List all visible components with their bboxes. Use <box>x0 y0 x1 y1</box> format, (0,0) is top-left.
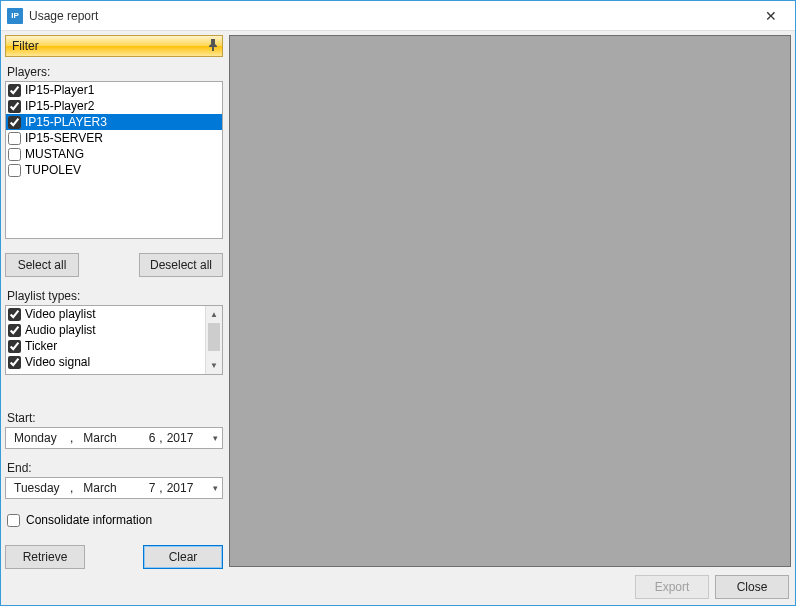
end-year: 2017 <box>167 481 201 495</box>
player-label: IP15-SERVER <box>25 131 103 145</box>
app-icon: IP <box>7 8 23 24</box>
action-buttons-row: Retrieve Clear <box>5 545 223 569</box>
filter-header: Filter <box>5 35 223 57</box>
start-month: March <box>77 431 123 445</box>
scroll-up-icon[interactable]: ▲ <box>206 306 222 323</box>
retrieve-button[interactable]: Retrieve <box>5 545 85 569</box>
player-row[interactable]: IP15-Player2 <box>6 98 222 114</box>
start-date-picker[interactable]: Monday , March 6 , 2017 ▾ <box>5 427 223 449</box>
playlist-type-label: Video playlist <box>25 307 96 321</box>
end-label: End: <box>7 461 221 475</box>
playlist-type-label: Ticker <box>25 339 57 353</box>
clear-button[interactable]: Clear <box>143 545 223 569</box>
chevron-down-icon[interactable]: ▾ <box>213 483 218 493</box>
player-row[interactable]: IP15-SERVER <box>6 130 222 146</box>
close-icon[interactable]: ✕ <box>751 4 791 28</box>
consolidate-row[interactable]: Consolidate information <box>7 513 221 527</box>
player-checkbox[interactable] <box>8 84 21 97</box>
start-day: 6 <box>127 431 155 445</box>
player-checkbox[interactable] <box>8 100 21 113</box>
player-label: IP15-Player1 <box>25 83 94 97</box>
pin-icon[interactable] <box>208 39 218 53</box>
titlebar: IP Usage report ✕ <box>1 1 795 31</box>
end-month: March <box>77 481 123 495</box>
players-label: Players: <box>7 65 221 79</box>
playlist-type-checkbox[interactable] <box>8 356 21 369</box>
player-label: IP15-PLAYER3 <box>25 115 107 129</box>
close-button[interactable]: Close <box>715 575 789 599</box>
player-row[interactable]: TUPOLEV <box>6 162 222 178</box>
bottom-buttons: Export Close <box>229 573 791 601</box>
end-comma: , <box>70 481 73 495</box>
scroll-track[interactable] <box>206 323 222 357</box>
player-checkbox[interactable] <box>8 148 21 161</box>
report-preview <box>229 35 791 567</box>
right-panel: Export Close <box>229 35 791 601</box>
playlist-type-label: Audio playlist <box>25 323 96 337</box>
consolidate-checkbox[interactable] <box>7 514 20 527</box>
player-row[interactable]: IP15-PLAYER3 <box>6 114 222 130</box>
player-checkbox[interactable] <box>8 132 21 145</box>
start-weekday: Monday <box>14 431 70 445</box>
scroll-thumb[interactable] <box>208 323 220 351</box>
end-day: 7 <box>127 481 155 495</box>
playlist-type-checkbox[interactable] <box>8 324 21 337</box>
playlist-type-row[interactable]: Video playlist <box>6 306 205 322</box>
filter-header-label: Filter <box>12 39 39 53</box>
player-row[interactable]: IP15-Player1 <box>6 82 222 98</box>
playlist-type-row[interactable]: Ticker <box>6 338 205 354</box>
window-title: Usage report <box>29 9 751 23</box>
start-label: Start: <box>7 411 221 425</box>
player-checkbox[interactable] <box>8 116 21 129</box>
export-button: Export <box>635 575 709 599</box>
player-label: TUPOLEV <box>25 163 81 177</box>
playlist-type-checkbox[interactable] <box>8 308 21 321</box>
player-label: MUSTANG <box>25 147 84 161</box>
player-checkbox[interactable] <box>8 164 21 177</box>
playlist-type-label: Video signal <box>25 355 90 369</box>
start-year: 2017 <box>167 431 201 445</box>
playlist-types-listbox[interactable]: Video playlistAudio playlistTickerVideo … <box>5 305 223 375</box>
chevron-down-icon[interactable]: ▾ <box>213 433 218 443</box>
deselect-all-button[interactable]: Deselect all <box>139 253 223 277</box>
start-comma: , <box>70 431 73 445</box>
select-all-button[interactable]: Select all <box>5 253 79 277</box>
select-buttons-row: Select all Deselect all <box>5 253 223 277</box>
filter-panel: Filter Players: IP15-Player1IP15-Player2… <box>5 35 223 601</box>
playlist-type-row[interactable]: Video signal <box>6 354 205 370</box>
consolidate-label: Consolidate information <box>26 513 152 527</box>
player-row[interactable]: MUSTANG <box>6 146 222 162</box>
body: Filter Players: IP15-Player1IP15-Player2… <box>1 31 795 605</box>
end-weekday: Tuesday <box>14 481 70 495</box>
types-scrollbar[interactable]: ▲ ▼ <box>205 306 222 374</box>
end-dcomma: , <box>159 481 162 495</box>
players-listbox[interactable]: IP15-Player1IP15-Player2IP15-PLAYER3IP15… <box>5 81 223 239</box>
playlist-types-label: Playlist types: <box>7 289 221 303</box>
scroll-down-icon[interactable]: ▼ <box>206 357 222 374</box>
player-label: IP15-Player2 <box>25 99 94 113</box>
start-dcomma: , <box>159 431 162 445</box>
playlist-type-row[interactable]: Audio playlist <box>6 322 205 338</box>
end-date-picker[interactable]: Tuesday , March 7 , 2017 ▾ <box>5 477 223 499</box>
playlist-type-checkbox[interactable] <box>8 340 21 353</box>
